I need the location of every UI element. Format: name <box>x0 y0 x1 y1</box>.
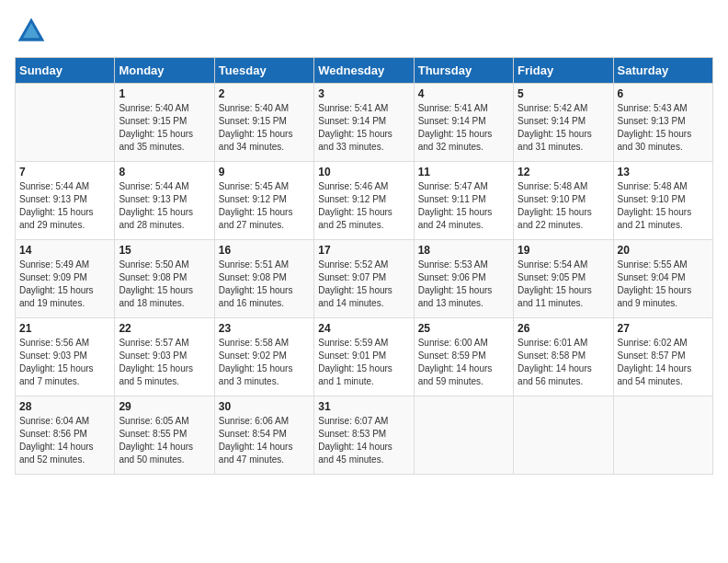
day-number: 25 <box>418 322 509 335</box>
calendar-cell: 22Sunrise: 5:57 AM Sunset: 9:03 PM Dayli… <box>115 318 214 396</box>
day-number: 13 <box>618 166 709 178</box>
calendar-cell: 14Sunrise: 5:49 AM Sunset: 9:09 PM Dayli… <box>16 240 115 318</box>
day-info: Sunrise: 5:58 AM Sunset: 9:02 PM Dayligh… <box>219 337 310 388</box>
day-number: 12 <box>518 166 609 178</box>
calendar-cell: 25Sunrise: 6:00 AM Sunset: 8:59 PM Dayli… <box>414 318 513 396</box>
day-number: 9 <box>219 166 310 178</box>
calendar-cell <box>16 84 115 162</box>
page-header <box>15 15 713 48</box>
calendar-cell: 15Sunrise: 5:50 AM Sunset: 9:08 PM Dayli… <box>115 240 214 318</box>
calendar-cell: 20Sunrise: 5:55 AM Sunset: 9:04 PM Dayli… <box>613 240 712 318</box>
day-info: Sunrise: 5:41 AM Sunset: 9:14 PM Dayligh… <box>318 102 409 154</box>
day-info: Sunrise: 5:41 AM Sunset: 9:14 PM Dayligh… <box>418 102 509 154</box>
column-header-tuesday: Tuesday <box>214 58 313 84</box>
column-header-monday: Monday <box>115 58 214 84</box>
day-info: Sunrise: 5:45 AM Sunset: 9:12 PM Dayligh… <box>219 180 310 232</box>
calendar-cell: 28Sunrise: 6:04 AM Sunset: 8:56 PM Dayli… <box>16 396 115 475</box>
day-number: 7 <box>19 166 110 178</box>
calendar-cell: 11Sunrise: 5:47 AM Sunset: 9:11 PM Dayli… <box>414 162 513 240</box>
day-number: 28 <box>19 400 110 413</box>
day-info: Sunrise: 5:56 AM Sunset: 9:03 PM Dayligh… <box>19 337 110 388</box>
day-number: 1 <box>119 87 210 100</box>
day-number: 4 <box>418 87 509 100</box>
calendar-cell: 24Sunrise: 5:59 AM Sunset: 9:01 PM Dayli… <box>314 318 414 396</box>
day-number: 23 <box>219 322 310 335</box>
day-number: 24 <box>318 322 409 335</box>
day-number: 26 <box>518 322 609 335</box>
day-number: 8 <box>119 166 210 178</box>
calendar-cell: 1Sunrise: 5:40 AM Sunset: 9:15 PM Daylig… <box>115 84 214 162</box>
day-info: Sunrise: 5:53 AM Sunset: 9:06 PM Dayligh… <box>418 259 509 310</box>
day-info: Sunrise: 6:02 AM Sunset: 8:57 PM Dayligh… <box>618 337 709 388</box>
calendar-cell <box>514 396 613 475</box>
day-info: Sunrise: 5:44 AM Sunset: 9:13 PM Dayligh… <box>19 180 110 232</box>
calendar-week-row: 28Sunrise: 6:04 AM Sunset: 8:56 PM Dayli… <box>16 396 713 475</box>
calendar-cell: 12Sunrise: 5:48 AM Sunset: 9:10 PM Dayli… <box>514 162 613 240</box>
calendar-cell: 5Sunrise: 5:42 AM Sunset: 9:14 PM Daylig… <box>514 84 613 162</box>
day-info: Sunrise: 5:54 AM Sunset: 9:05 PM Dayligh… <box>518 259 609 310</box>
day-info: Sunrise: 6:00 AM Sunset: 8:59 PM Dayligh… <box>418 337 509 388</box>
day-info: Sunrise: 6:05 AM Sunset: 8:55 PM Dayligh… <box>119 415 210 466</box>
day-number: 6 <box>618 87 709 100</box>
day-number: 30 <box>219 400 310 413</box>
day-number: 2 <box>219 87 310 100</box>
calendar-week-row: 14Sunrise: 5:49 AM Sunset: 9:09 PM Dayli… <box>16 240 713 318</box>
day-info: Sunrise: 5:50 AM Sunset: 9:08 PM Dayligh… <box>119 259 210 310</box>
day-info: Sunrise: 5:40 AM Sunset: 9:15 PM Dayligh… <box>219 102 310 154</box>
calendar-cell: 7Sunrise: 5:44 AM Sunset: 9:13 PM Daylig… <box>16 162 115 240</box>
day-info: Sunrise: 5:59 AM Sunset: 9:01 PM Dayligh… <box>318 337 409 388</box>
calendar-cell: 2Sunrise: 5:40 AM Sunset: 9:15 PM Daylig… <box>214 84 313 162</box>
day-info: Sunrise: 5:46 AM Sunset: 9:12 PM Dayligh… <box>318 180 409 232</box>
calendar-cell: 13Sunrise: 5:48 AM Sunset: 9:10 PM Dayli… <box>613 162 712 240</box>
day-number: 16 <box>219 244 310 257</box>
calendar-cell <box>414 396 513 475</box>
column-header-sunday: Sunday <box>16 58 115 84</box>
day-info: Sunrise: 5:43 AM Sunset: 9:13 PM Dayligh… <box>618 102 709 154</box>
calendar-cell: 10Sunrise: 5:46 AM Sunset: 9:12 PM Dayli… <box>314 162 414 240</box>
day-info: Sunrise: 5:48 AM Sunset: 9:10 PM Dayligh… <box>618 180 709 232</box>
column-header-friday: Friday <box>514 58 613 84</box>
calendar-cell: 3Sunrise: 5:41 AM Sunset: 9:14 PM Daylig… <box>314 84 414 162</box>
calendar-cell <box>613 396 712 475</box>
day-info: Sunrise: 6:01 AM Sunset: 8:58 PM Dayligh… <box>518 337 609 388</box>
day-number: 5 <box>518 87 609 100</box>
day-number: 19 <box>518 244 609 257</box>
day-info: Sunrise: 6:06 AM Sunset: 8:54 PM Dayligh… <box>219 415 310 466</box>
calendar-cell: 17Sunrise: 5:52 AM Sunset: 9:07 PM Dayli… <box>314 240 414 318</box>
calendar-cell: 26Sunrise: 6:01 AM Sunset: 8:58 PM Dayli… <box>514 318 613 396</box>
calendar-cell: 16Sunrise: 5:51 AM Sunset: 9:08 PM Dayli… <box>214 240 313 318</box>
day-number: 18 <box>418 244 509 257</box>
day-number: 29 <box>119 400 210 413</box>
day-number: 22 <box>119 322 210 335</box>
column-header-thursday: Thursday <box>414 58 513 84</box>
calendar-week-row: 21Sunrise: 5:56 AM Sunset: 9:03 PM Dayli… <box>16 318 713 396</box>
logo-icon <box>15 15 48 48</box>
day-number: 3 <box>318 87 409 100</box>
calendar-cell: 18Sunrise: 5:53 AM Sunset: 9:06 PM Dayli… <box>414 240 513 318</box>
day-info: Sunrise: 5:42 AM Sunset: 9:14 PM Dayligh… <box>518 102 609 154</box>
calendar-cell: 9Sunrise: 5:45 AM Sunset: 9:12 PM Daylig… <box>214 162 313 240</box>
day-number: 20 <box>618 244 709 257</box>
day-number: 17 <box>318 244 409 257</box>
calendar-week-row: 7Sunrise: 5:44 AM Sunset: 9:13 PM Daylig… <box>16 162 713 240</box>
calendar-cell: 4Sunrise: 5:41 AM Sunset: 9:14 PM Daylig… <box>414 84 513 162</box>
day-info: Sunrise: 5:49 AM Sunset: 9:09 PM Dayligh… <box>19 259 110 310</box>
day-info: Sunrise: 5:51 AM Sunset: 9:08 PM Dayligh… <box>219 259 310 310</box>
day-number: 10 <box>318 166 409 178</box>
calendar-cell: 21Sunrise: 5:56 AM Sunset: 9:03 PM Dayli… <box>16 318 115 396</box>
calendar-week-row: 1Sunrise: 5:40 AM Sunset: 9:15 PM Daylig… <box>16 84 713 162</box>
calendar-cell: 30Sunrise: 6:06 AM Sunset: 8:54 PM Dayli… <box>214 396 313 475</box>
calendar-table: SundayMondayTuesdayWednesdayThursdayFrid… <box>15 57 713 475</box>
day-number: 31 <box>318 400 409 413</box>
day-info: Sunrise: 6:07 AM Sunset: 8:53 PM Dayligh… <box>318 415 409 466</box>
day-info: Sunrise: 5:55 AM Sunset: 9:04 PM Dayligh… <box>618 259 709 310</box>
day-info: Sunrise: 5:47 AM Sunset: 9:11 PM Dayligh… <box>418 180 509 232</box>
calendar-cell: 6Sunrise: 5:43 AM Sunset: 9:13 PM Daylig… <box>613 84 712 162</box>
day-number: 15 <box>119 244 210 257</box>
day-info: Sunrise: 5:57 AM Sunset: 9:03 PM Dayligh… <box>119 337 210 388</box>
calendar-cell: 27Sunrise: 6:02 AM Sunset: 8:57 PM Dayli… <box>613 318 712 396</box>
day-info: Sunrise: 5:52 AM Sunset: 9:07 PM Dayligh… <box>318 259 409 310</box>
day-number: 11 <box>418 166 509 178</box>
column-header-saturday: Saturday <box>613 58 712 84</box>
day-number: 21 <box>19 322 110 335</box>
